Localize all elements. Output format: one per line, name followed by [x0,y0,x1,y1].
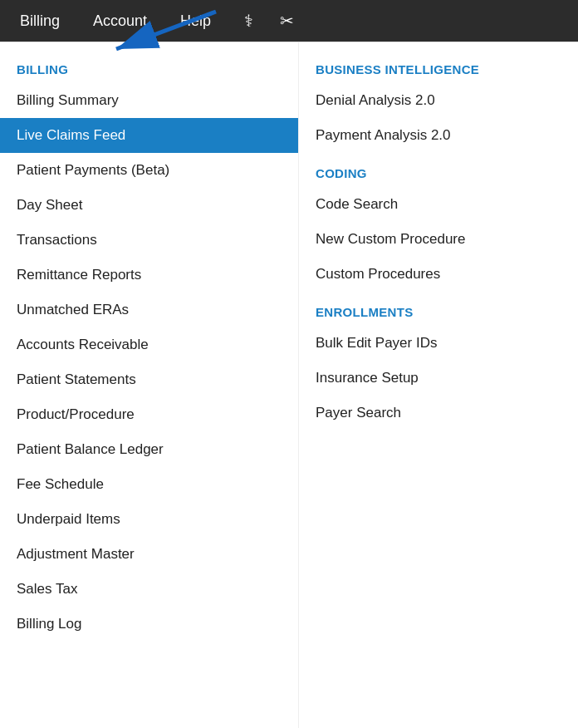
menu-billing-summary[interactable]: Billing Summary [0,83,298,118]
enrollments-header: ENROLLMENTS [299,298,578,326]
top-nav: Billing Account Help ⚕ ✂ [0,0,578,42]
menu-code-search[interactable]: Code Search [299,187,578,222]
menu-accounts-receivable[interactable]: Accounts Receivable [0,327,298,362]
left-column: BILLING Billing Summary Live Claims Feed… [0,42,299,728]
menu-patient-statements[interactable]: Patient Statements [0,362,298,397]
coding-header: CODING [299,160,578,187]
menu-billing-log[interactable]: Billing Log [0,607,298,642]
dropdown-menu: BILLING Billing Summary Live Claims Feed… [0,42,578,728]
caduceus-icon: ⚕ [244,11,253,31]
menu-patient-balance-ledger[interactable]: Patient Balance Ledger [0,432,298,467]
menu-unmatched-eras[interactable]: Unmatched ERAs [0,293,298,327]
scissors-icon: ✂ [280,11,294,31]
menu-custom-procedures[interactable]: Custom Procedures [299,257,578,292]
nav-billing[interactable]: Billing [13,9,66,33]
menu-underpaid-items[interactable]: Underpaid Items [0,502,298,537]
menu-product-procedure[interactable]: Product/Procedure [0,397,298,432]
business-intelligence-header: BUSINESS INTELLIGENCE [299,56,578,83]
menu-remittance-reports[interactable]: Remittance Reports [0,258,298,293]
menu-day-sheet[interactable]: Day Sheet [0,188,298,223]
menu-bulk-edit-payer-ids[interactable]: Bulk Edit Payer IDs [299,326,578,361]
menu-live-claims-feed[interactable]: Live Claims Feed [0,118,298,153]
right-column: BUSINESS INTELLIGENCE Denial Analysis 2.… [299,42,578,728]
menu-insurance-setup[interactable]: Insurance Setup [299,361,578,396]
menu-payer-search[interactable]: Payer Search [299,396,578,430]
billing-section-header: BILLING [0,56,298,83]
menu-new-custom-procedure[interactable]: New Custom Procedure [299,222,578,257]
menu-payment-analysis[interactable]: Payment Analysis 2.0 [299,118,578,153]
menu-sales-tax[interactable]: Sales Tax [0,572,298,607]
nav-help[interactable]: Help [174,9,218,33]
nav-account[interactable]: Account [86,9,154,33]
menu-transactions[interactable]: Transactions [0,223,298,258]
menu-adjustment-master[interactable]: Adjustment Master [0,537,298,572]
menu-denial-analysis[interactable]: Denial Analysis 2.0 [299,83,578,118]
menu-patient-payments[interactable]: Patient Payments (Beta) [0,153,298,188]
menu-fee-schedule[interactable]: Fee Schedule [0,467,298,502]
